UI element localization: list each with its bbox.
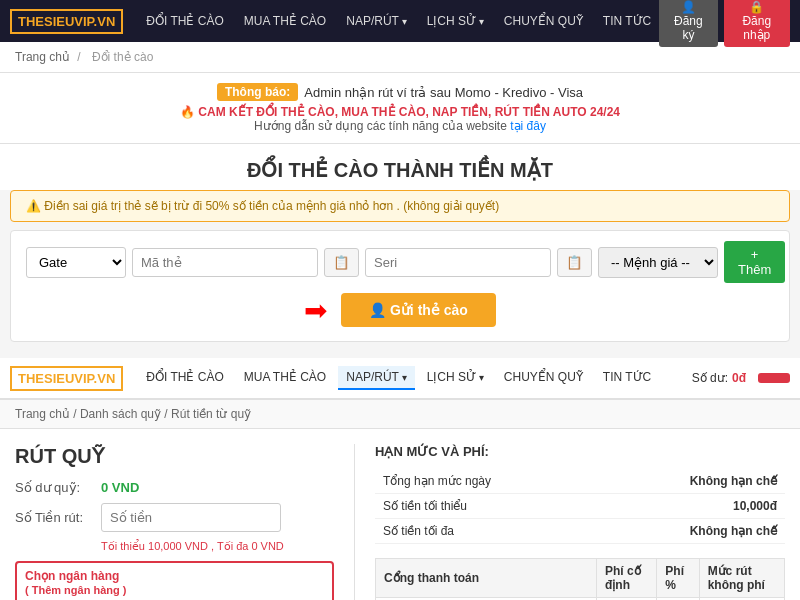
nav-mua-the-cao[interactable]: MUA THẺ CÀO xyxy=(236,10,334,32)
top-logo: THESIEUVIP.VN xyxy=(10,9,123,34)
nav2-mua-the-cao[interactable]: MUA THẺ CÀO xyxy=(236,366,334,390)
nav-actions: 👤 Đăng ký 🔒 Đăng nhập xyxy=(659,0,790,47)
section-divider xyxy=(0,348,800,358)
nav2-nap-rut[interactable]: NAP/RÚT xyxy=(338,366,414,390)
seri-input[interactable] xyxy=(365,248,551,277)
copy-seri-button[interactable]: 📋 xyxy=(557,248,592,277)
nav-doi-the-cao[interactable]: ĐỔI THẺ CÀO xyxy=(138,10,231,32)
han-muc-title: HẠN MỨC VÀ PHÍ: xyxy=(375,444,785,459)
dang-nhap-button[interactable]: 🔒 Đăng nhập xyxy=(724,0,791,47)
bc2-home[interactable]: Trang chủ xyxy=(15,407,70,421)
gui-the-cao-button[interactable]: 👤 Gửi thẻ cào xyxy=(341,293,496,327)
balance-field-label: Số dư quỹ: xyxy=(15,480,95,495)
amount-input[interactable] xyxy=(101,503,281,532)
nav2-doi-the-cao[interactable]: ĐỔI THẺ CÀO xyxy=(138,366,231,390)
amount-row: Số Tiền rút: xyxy=(15,503,334,532)
limit-row-1: Số tiền tối thiểu 10,000đ xyxy=(375,494,785,519)
notice-red: 🔥 CAM KẾT ĐỔI THẺ CÀO, MUA THẺ CÀO, NAP … xyxy=(15,105,785,119)
menh-gia-select[interactable]: -- Mệnh giá -- 10,000đ 20,000đ 50,000đ 1… xyxy=(598,247,718,278)
form-row-inputs: Gate Viettel Mobifone Vinaphone 📋 📋 -- M… xyxy=(26,241,774,283)
bc2-current: Rút tiền từ quỹ xyxy=(171,407,251,421)
arrow-right-icon: ➡ xyxy=(304,294,327,327)
fee-col-percent: Phí % xyxy=(657,559,699,598)
nav2-lich-su[interactable]: LỊCH SỬ xyxy=(419,366,492,390)
limit-value-0: Không hạn chế xyxy=(599,469,785,494)
second-navigation: THESIEUVIP.VN ĐỔI THẺ CÀO MUA THẺ CÀO NA… xyxy=(0,358,800,400)
second-nav-links: ĐỔI THẺ CÀO MUA THẺ CÀO NAP/RÚT LỊCH SỬ … xyxy=(138,366,691,390)
amount-hint: Tối thiểu 10,000 VND , Tối đa 0 VND xyxy=(101,540,334,553)
section-title-doi-the-cao: ĐỔI THẺ CÀO THÀNH TIỀN MẶT xyxy=(0,144,800,190)
nav2-tin-tuc[interactable]: TIN TỨC xyxy=(595,366,659,390)
limit-value-2: Không hạn chế xyxy=(599,519,785,544)
notice-guide-link[interactable]: tại đây xyxy=(510,119,546,133)
fee-col-fixed: Phí cố định xyxy=(596,559,656,598)
limit-row-0: Tổng hạn mức ngày Không hạn chế xyxy=(375,469,785,494)
main-content: RÚT QUỸ Số dư quỹ: 0 VND Số Tiền rút: Tố… xyxy=(0,429,800,600)
nav-nap-rut[interactable]: NAP/RÚT xyxy=(338,10,414,32)
mathe-input[interactable] xyxy=(132,248,318,277)
limit-value-1: 10,000đ xyxy=(599,494,785,519)
fee-header: Cổng thanh toán Phí cố định Phí % Mức rú… xyxy=(376,559,785,598)
bank-select-box: Chọn ngân hàng ( Thêm ngân hàng ) Chọn n… xyxy=(15,561,334,600)
amount-label: Số Tiền rút: xyxy=(15,510,95,525)
warning-bar: ⚠️ Điền sai giá trị thẻ sẽ bị trừ đi 50%… xyxy=(10,190,790,222)
limit-label-2: Số tiền tối đa xyxy=(375,519,599,544)
balance-field-value: 0 VND xyxy=(101,480,139,495)
fee-table: Cổng thanh toán Phí cố định Phí % Mức rú… xyxy=(375,558,785,600)
limit-label-0: Tổng hạn mức ngày xyxy=(375,469,599,494)
limit-label-1: Số tiền tối thiểu xyxy=(375,494,599,519)
them-button[interactable]: + Thêm xyxy=(724,241,785,283)
nav-tin-tuc[interactable]: TIN TỨC xyxy=(595,10,659,32)
recharge-button[interactable] xyxy=(758,373,790,383)
notice-guide: Hướng dẫn sử dụng các tính năng của webs… xyxy=(15,119,785,133)
fee-col-free: Mức rút không phí xyxy=(699,559,784,598)
submit-row: ➡ 👤 Gửi thẻ cào xyxy=(26,293,774,327)
balance-value: 0đ xyxy=(732,371,746,385)
notice-text: Admin nhận rút ví trả sau Momo - Kredivo… xyxy=(304,85,583,100)
top-nav-links: ĐỔI THẺ CÀO MUA THẺ CÀO NAP/RÚT LỊCH SỬ … xyxy=(138,10,659,32)
breadcrumb-second: Trang chủ / Danh sách quỹ / Rút tiền từ … xyxy=(0,400,800,429)
balance-info: Số dư: 0đ xyxy=(692,371,790,385)
nav-lich-su[interactable]: LỊCH SỬ xyxy=(419,10,492,32)
rut-quy-title: RÚT QUỸ xyxy=(15,444,334,468)
add-bank-link[interactable]: ( Thêm ngân hàng ) xyxy=(25,584,126,596)
top-navigation: THESIEUVIP.VN ĐỔI THẺ CÀO MUA THẺ CÀO NA… xyxy=(0,0,800,42)
bc-current: Đổi thẻ cào xyxy=(92,50,153,64)
limit-row-2: Số tiền tối đa Không hạn chế xyxy=(375,519,785,544)
dang-ky-button[interactable]: 👤 Đăng ký xyxy=(659,0,717,47)
notice-section: Thông báo: Admin nhận rút ví trả sau Mom… xyxy=(0,73,800,144)
copy-mathe-button[interactable]: 📋 xyxy=(324,248,359,277)
bc-home[interactable]: Trang chủ xyxy=(15,50,70,64)
notice-bar: Thông báo: Admin nhận rút ví trả sau Mom… xyxy=(217,83,583,101)
bank-select-label: Chọn ngân hàng ( Thêm ngân hàng ) xyxy=(21,567,328,599)
han-muc-panel: HẠN MỨC VÀ PHÍ: Tổng hạn mức ngày Không … xyxy=(355,444,785,600)
limit-table: Tổng hạn mức ngày Không hạn chế Số tiền … xyxy=(375,469,785,544)
notice-badge: Thông báo: xyxy=(217,83,298,101)
arrow-indicator: ➡ xyxy=(304,293,333,327)
rut-quy-panel: RÚT QUỸ Số dư quỹ: 0 VND Số Tiền rút: Tố… xyxy=(15,444,355,600)
fee-col-bank: Cổng thanh toán xyxy=(376,559,597,598)
balance-row: Số dư quỹ: 0 VND xyxy=(15,480,334,495)
nav-chuyen-quy[interactable]: CHUYỂN QUỸ xyxy=(496,10,591,32)
gate-select[interactable]: Gate Viettel Mobifone Vinaphone xyxy=(26,247,126,278)
balance-label: Số dư: xyxy=(692,371,728,385)
nav2-chuyen-quy[interactable]: CHUYỂN QUỸ xyxy=(496,366,591,390)
second-logo: THESIEUVIP.VN xyxy=(10,366,123,391)
doi-the-form: Gate Viettel Mobifone Vinaphone 📋 📋 -- M… xyxy=(10,230,790,342)
bc2-parent[interactable]: Danh sách quỹ xyxy=(80,407,161,421)
bc-sep: / xyxy=(77,50,80,64)
